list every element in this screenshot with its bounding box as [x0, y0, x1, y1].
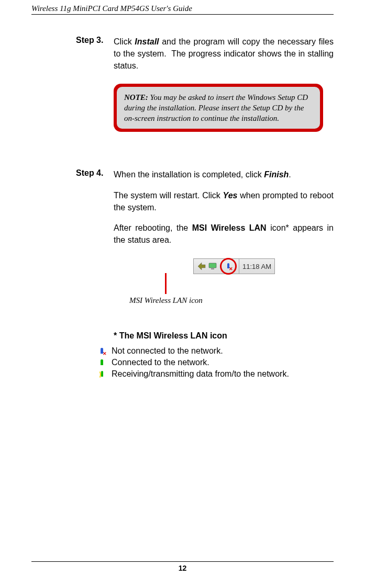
- wlan-activity-icon: [97, 369, 107, 379]
- svg-rect-0: [209, 263, 216, 268]
- tray-caption: MSI Wireless LAN icon: [129, 296, 203, 305]
- list-item: Connected to the network.: [97, 357, 334, 368]
- header-rule: [31, 14, 334, 15]
- svg-rect-1: [211, 268, 214, 269]
- step-3-label: Step 3.: [76, 36, 114, 45]
- tray-monitor-icon: [208, 262, 218, 271]
- step-4-label: Step 4.: [76, 168, 114, 178]
- reboot-paragraph: After rebooting, the MSI Wireless LAN ic…: [114, 222, 334, 246]
- footer-rule: [31, 561, 334, 562]
- legend-text: Not connected to the network.: [112, 346, 223, 356]
- list-item: Receiving/transmitting data from/to the …: [97, 369, 334, 379]
- note-box: NOTE: You may be asked to insert the Win…: [114, 84, 323, 132]
- tray-arrow-icon: [197, 262, 206, 271]
- note-title: NOTE:: [124, 93, 148, 101]
- tray-wlan-highlight: [220, 258, 237, 275]
- step-3-body: Click Install and the program will copy …: [114, 36, 334, 72]
- wlan-disconnected-icon: [225, 263, 232, 270]
- wlan-not-connected-icon: [97, 346, 107, 356]
- callout-line: [165, 273, 167, 294]
- list-item: Not connected to the network.: [97, 346, 334, 356]
- step-4-finish-word: Finish: [264, 170, 289, 179]
- tray-clock: 11:18 AM: [239, 259, 271, 274]
- step-4-pre: When the installation is completed, clic…: [114, 170, 264, 179]
- note-box-inner: NOTE: You may be asked to insert the Win…: [117, 87, 320, 129]
- step-4-row: Step 4. When the installation is complet…: [76, 168, 334, 180]
- icon-legend: Not connected to the network. Connected …: [97, 346, 334, 379]
- step-3-install-word: Install: [135, 37, 159, 46]
- legend-text: Receiving/transmitting data from/to the …: [112, 369, 289, 379]
- restart-yes-word: Yes: [223, 191, 238, 200]
- page-number: 12: [31, 564, 334, 572]
- wlan-connected-icon: [97, 357, 107, 368]
- step-4-body: When the installation is completed, clic…: [114, 168, 291, 180]
- legend-text: Connected to the network.: [112, 358, 209, 367]
- system-tray-figure: 11:18 AM MSI Wireless LAN icon: [114, 258, 323, 305]
- footer: 12: [31, 561, 334, 572]
- step-3-pre: Click: [114, 37, 135, 46]
- running-header: Wireless 11g MiniPCI Card MP54GS User's …: [31, 0, 334, 14]
- icon-section-title: * The MSI Wireless LAN icon: [114, 331, 334, 341]
- note-body: You may be asked to insert the Windows S…: [124, 93, 308, 123]
- restart-pre: The system will restart. Click: [114, 191, 223, 200]
- step-4-post: .: [289, 170, 291, 179]
- step-3-row: Step 3. Click Install and the program wi…: [76, 36, 334, 72]
- reboot-bold: MSI Wireless LAN: [192, 223, 267, 232]
- system-tray: 11:18 AM: [193, 258, 275, 274]
- reboot-pre: After rebooting, the: [114, 223, 192, 232]
- restart-paragraph: The system will restart. Click Yes when …: [114, 189, 334, 213]
